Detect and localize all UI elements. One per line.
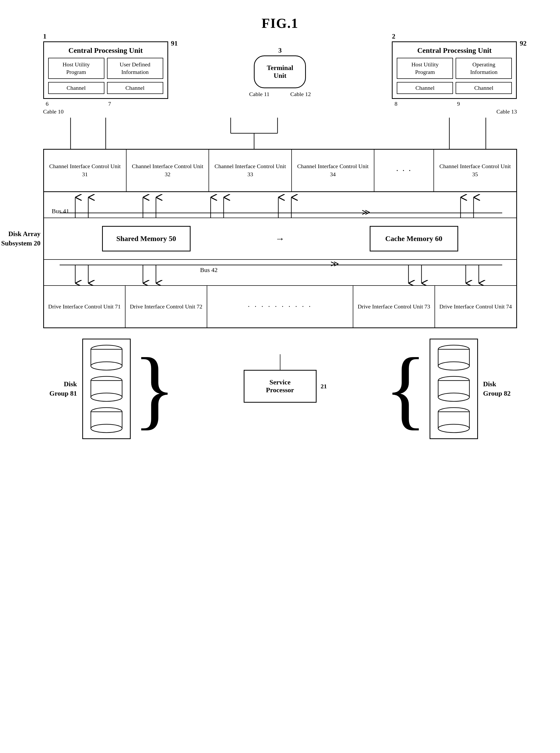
disk1b-icon [88,376,125,402]
connector-lines-svg [43,118,517,149]
disk-group2-wrapper: { Disk Group 82 [384,339,517,439]
disk-group1-bracket-right: } [133,349,176,429]
cpu1-ch-num-6: 6 [43,100,106,107]
ciuc-34: Channel Interface Control Unit 34 [292,150,374,191]
svg-text:≫: ≫ [331,260,339,268]
disk1a-icon [88,345,125,371]
cpu2-label: Central Processing Unit [397,46,512,55]
diuc-row: Drive Interface Control Unit 71 Drive In… [44,285,516,327]
cpu2-ch-num-9: 9 [454,100,517,107]
cpu1-inner-box-1: Host Utility Program [48,58,104,79]
svg-point-35 [91,393,122,401]
bus42-arrows-svg: ≫ [44,260,516,286]
ciuc-dots: · · · [374,150,434,191]
cpu1-channel-2: Channel [107,82,163,94]
svg-point-47 [438,424,469,433]
disk-group1-label: Disk Group 81 [43,380,77,399]
disk-group1-wrapper: Disk Group 81 [43,339,176,439]
ciuc-row: Channel Interface Control Unit 31 Channe… [44,150,516,192]
cpu1-number: 1 [43,33,46,40]
cpu2-number: 2 [392,33,395,40]
cpu1-boxnumber: 91 [171,40,178,47]
cpu2-channel-1: Channel [397,82,453,94]
bus41-label: Bus 41 [52,208,69,215]
diuc-dots: · · · · · · · · · · [207,286,353,327]
ciuc-32: Channel Interface Control Unit 32 [126,150,209,191]
cpu1-box: Central Processing Unit Host Utility Pro… [43,41,168,99]
svg-point-41 [438,362,469,370]
cable12-label: Cable 12 [290,91,311,98]
ciuc-arrows-svg: ≫ [44,192,516,218]
disk-group2-bracket-left: { [384,349,427,429]
page-title: FIG.1 [0,0,560,41]
svg-text:≫: ≫ [362,207,371,217]
cache-memory-box: Cache Memory 60 [370,226,458,251]
disk-group1-box [82,339,131,439]
cable11-label: Cable 11 [249,91,269,98]
cpu1-inner-box-2: User Defined Information [107,58,163,79]
disk2a-icon [436,345,472,371]
cpu1-ch-num-7: 7 [106,100,168,107]
cpu2-inner-box-1: Host Utility Program [397,58,453,79]
ciuc-31: Channel Interface Control Unit 31 [44,150,126,191]
terminal-box: Terminal Unit [254,56,306,88]
subsystem-outer: Channel Interface Control Unit 31 Channe… [43,149,517,328]
svg-point-44 [438,393,469,401]
diuc-74: Drive Interface Control Unit 74 [435,286,516,327]
svg-point-32 [91,362,122,370]
service-processor-box: Service Processor [244,370,317,403]
cpu1-channel-1: Channel [48,82,104,94]
subsystem-label: Disk Array Subsystem 20 [0,229,41,248]
disk-group2-label: Disk Group 82 [483,380,517,399]
disk2b-icon [436,376,472,402]
bus42-label: Bus 42 [200,266,218,273]
diuc-73: Drive Interface Control Unit 73 [353,286,435,327]
disk2c-icon [436,407,472,433]
shared-memory-box: Shared Memory 50 [102,226,191,251]
terminal-number: 3 [278,46,282,55]
svg-point-38 [91,424,122,433]
cpu2-channel-2: Channel [456,82,512,94]
ciuc-35: Channel Interface Control Unit 35 [434,150,516,191]
ciuc-33: Channel Interface Control Unit 33 [209,150,292,191]
sp-number: 21 [321,383,327,390]
disk1c-icon [88,407,125,433]
cpu2-inner-box-2: Operating Information [456,58,512,79]
cpu2-box: Central Processing Unit Host Utility Pro… [392,41,517,99]
cpu2-ch-num-8: 8 [392,100,454,107]
service-processor-area: Service Processor 21 [244,354,317,403]
diuc-72: Drive Interface Control Unit 72 [125,286,207,327]
diuc-71: Drive Interface Control Unit 71 [44,286,126,327]
disk-group2-box [429,339,478,439]
cable13-label: Cable 13 [392,108,517,115]
subsystem-wrapper: Disk Array Subsystem 20 Channel Interfac… [43,149,517,328]
cpu1-label: Central Processing Unit [48,46,163,55]
cpu2-boxnumber: 92 [520,40,526,47]
cable10-label: Cable 10 [43,108,168,115]
